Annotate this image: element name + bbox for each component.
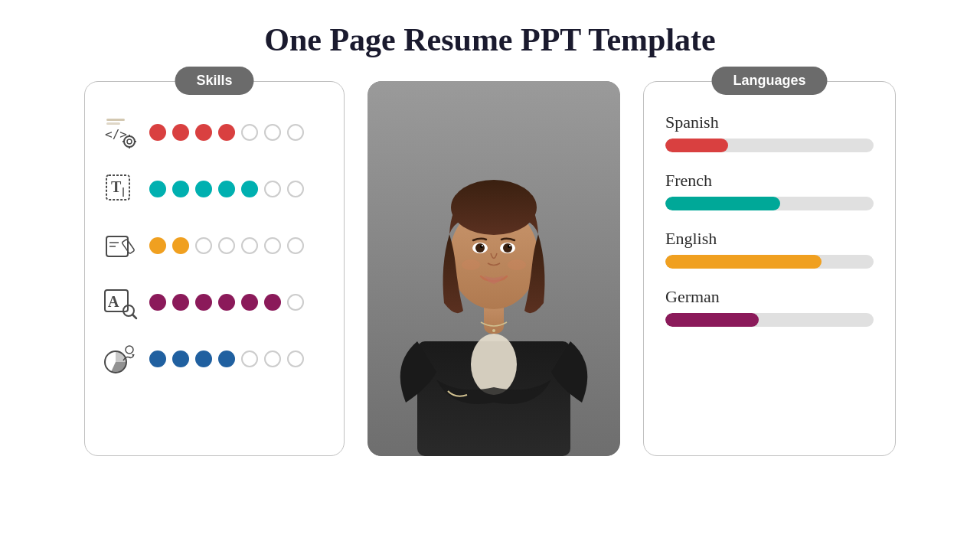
- dot: [218, 237, 235, 254]
- language-bar-bg-spanish: [665, 139, 874, 152]
- editing-skill-dots: [149, 237, 304, 254]
- skill-row-typography: T: [100, 169, 328, 209]
- dot: [218, 350, 235, 367]
- analytics-skill-dots: [149, 350, 304, 367]
- dot: [195, 237, 212, 254]
- dot: [172, 181, 189, 197]
- language-row-french: French: [665, 171, 874, 210]
- dot: [172, 294, 189, 311]
- dot: [149, 350, 166, 367]
- dot: [149, 181, 166, 197]
- dot: [218, 124, 235, 141]
- svg-point-26: [471, 334, 517, 395]
- skill-row-analytics: [100, 339, 328, 379]
- language-name-english: English: [665, 229, 874, 249]
- dot: [264, 294, 281, 311]
- language-row-german: German: [665, 287, 874, 327]
- code-gear-icon: </>: [100, 112, 140, 152]
- page-title: One Page Resume PPT Template: [264, 21, 716, 58]
- dot: [149, 237, 166, 254]
- main-content: Skills </>: [0, 81, 980, 456]
- svg-text:A: A: [108, 293, 119, 310]
- svg-line-19: [132, 315, 136, 318]
- svg-text:T: T: [111, 178, 122, 195]
- svg-point-21: [126, 346, 133, 354]
- dot: [149, 124, 166, 141]
- language-bar-fill-french: [665, 197, 780, 210]
- dot: [172, 237, 189, 254]
- skills-header: Skills: [175, 67, 253, 95]
- language-name-german: German: [665, 287, 874, 307]
- skills-card: Skills </>: [84, 81, 345, 456]
- dot: [264, 237, 281, 254]
- dot: [172, 350, 189, 367]
- language-bar-bg-english: [665, 255, 874, 269]
- dot: [218, 294, 235, 311]
- language-bar-fill-english: [665, 255, 822, 269]
- dot: [287, 350, 304, 367]
- dot: [195, 181, 212, 197]
- coding-skill-dots: [149, 124, 304, 141]
- svg-point-33: [475, 243, 485, 253]
- dot: [195, 124, 212, 141]
- svg-point-28: [492, 329, 495, 332]
- dot: [241, 124, 258, 141]
- dot: [287, 237, 304, 254]
- dot: [241, 294, 258, 311]
- chart-person-icon: [100, 339, 140, 379]
- svg-point-30: [451, 180, 537, 235]
- dot: [241, 237, 258, 254]
- dot: [195, 294, 212, 311]
- language-row-english: English: [665, 229, 874, 269]
- pencil-paper-icon: [100, 226, 140, 266]
- design-skill-dots: [149, 294, 304, 311]
- dot: [287, 294, 304, 311]
- svg-rect-0: [106, 119, 125, 121]
- svg-rect-1: [106, 122, 120, 125]
- svg-point-37: [482, 245, 483, 246]
- typography-skill-dots: [149, 181, 304, 197]
- svg-point-39: [462, 259, 480, 270]
- dot: [241, 350, 258, 367]
- languages-header: Languages: [711, 67, 827, 95]
- dot: [241, 181, 258, 197]
- languages-card: Languages Spanish French English German: [643, 81, 896, 456]
- profile-card: Joe Stepy: [368, 81, 620, 456]
- svg-point-38: [509, 245, 511, 246]
- svg-point-4: [127, 139, 132, 144]
- svg-point-3: [124, 136, 135, 147]
- dot: [264, 181, 281, 197]
- language-name-spanish: Spanish: [665, 112, 874, 132]
- language-bar-fill-spanish: [665, 139, 728, 152]
- language-bar-bg-german: [665, 313, 874, 327]
- language-name-french: French: [665, 171, 874, 191]
- dot: [218, 181, 235, 197]
- dot: [172, 124, 189, 141]
- skill-row-editing: [100, 226, 328, 266]
- text-cursor-icon: T: [100, 169, 140, 209]
- dot: [264, 350, 281, 367]
- dot: [149, 294, 166, 311]
- dot: [195, 350, 212, 367]
- profile-image: [368, 81, 620, 456]
- svg-point-40: [508, 259, 526, 270]
- dot: [264, 124, 281, 141]
- letter-a-magnify-icon: A: [100, 282, 140, 322]
- language-bar-bg-french: [665, 197, 874, 210]
- language-bar-fill-german: [665, 313, 759, 327]
- svg-point-34: [503, 243, 512, 253]
- language-row-spanish: Spanish: [665, 112, 874, 152]
- dot: [287, 124, 304, 141]
- dot: [287, 181, 304, 197]
- skill-row-coding: </>: [100, 112, 328, 152]
- skill-row-design: A: [100, 282, 328, 322]
